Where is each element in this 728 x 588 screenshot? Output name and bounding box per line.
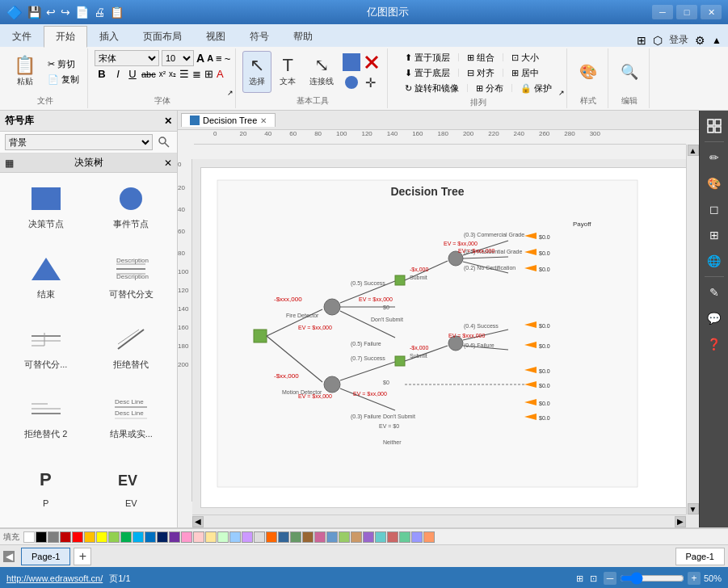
color-violet[interactable] [363,531,374,543]
color-lavender[interactable] [242,531,253,543]
color-red[interactable] [72,531,83,543]
close-button[interactable]: ✕ [701,5,722,19]
color-darkblue[interactable] [157,531,168,543]
rt-edit2-btn[interactable]: ✎ [702,280,726,304]
color-steelblue[interactable] [278,531,289,543]
color-lightgray[interactable] [254,531,265,543]
color-white[interactable] [23,531,35,543]
fit-page-icon[interactable]: ⊡ [590,573,597,584]
color-purple[interactable] [169,531,180,543]
rt-shape-btn[interactable]: ◻ [702,197,726,221]
color-orange[interactable] [84,531,95,543]
shape-x[interactable] [363,53,381,71]
color-deeporange[interactable] [266,531,277,543]
superscript-button[interactable]: x² [159,69,166,78]
connect-tool-button[interactable]: ⤡ 连接线 [304,51,339,93]
page-tab-1-label[interactable]: Page-1 [675,548,725,565]
copy-button[interactable]: 📄复制 [44,73,82,87]
color-pink[interactable] [181,531,192,543]
zoom-out-button[interactable]: ─ [604,572,616,585]
zoom-in-button[interactable]: + [688,572,701,585]
align-button[interactable]: ⊟ 对齐 [464,65,498,80]
category-close-icon[interactable]: ✕ [164,158,172,169]
symbol-reject[interactable]: 拒绝替代 [92,320,171,384]
protect-button[interactable]: 🔒 保护 [517,81,555,95]
distribute-button[interactable]: ⊞ 分布 [473,81,507,95]
send-to-back-button[interactable]: ⬇ 置于底层 [402,65,453,80]
login-button[interactable]: 登录 [669,33,688,47]
undo-icon[interactable]: ↩ [46,6,56,19]
color-black[interactable] [36,531,47,543]
arrange-expand-icon[interactable]: ↗ [558,89,565,97]
paste-button[interactable]: 📋 粘贴 [8,51,41,93]
new-icon[interactable]: 📄 [75,6,89,19]
group-button[interactable]: ⊞ 组合 [464,50,498,65]
settings-icon[interactable]: ⚙ [695,34,705,47]
copy-icon[interactable]: 📋 [110,6,124,19]
close-symbol-panel-icon[interactable]: ✕ [164,116,172,127]
close-tab-icon[interactable]: ✕ [260,116,267,125]
search-button[interactable] [156,134,172,150]
rt-color-btn[interactable]: 🎨 [702,171,726,195]
page-tab-1[interactable]: Page-1 [21,548,70,565]
motion-detector-node[interactable] [324,376,340,393]
color-yellowgreen[interactable] [339,531,350,543]
style-button[interactable]: 🎨 [574,51,603,93]
symbol-ev[interactable]: EV EV [92,460,171,521]
color-sage[interactable] [290,531,301,543]
bold-button[interactable]: B [95,68,109,80]
list2-icon[interactable]: ≣ [192,68,201,80]
increase-font-icon[interactable]: A [196,52,204,65]
fire-detector-node[interactable] [324,299,340,315]
color-blue[interactable] [145,531,156,543]
color-teal[interactable] [375,531,386,543]
subscript-button[interactable]: x₂ [169,69,176,78]
color-cornblue[interactable] [326,531,338,543]
color-lightgreen[interactable] [108,531,120,543]
rt-table-btn[interactable]: ⊞ [702,223,726,247]
color-gray[interactable] [48,531,59,543]
submit-node-1[interactable] [395,275,405,285]
tab-home[interactable]: 开始 [44,26,87,48]
rt-thumbnail-btn[interactable] [702,114,726,138]
vertical-scrollbar[interactable]: ▲ ▼ [686,145,699,514]
tab-page-layout[interactable]: 页面布局 [131,26,194,47]
symbol-reject2[interactable]: 拒绝替代 2 [6,389,86,453]
rt-globe-btn[interactable]: 🌐 [702,249,726,273]
italic-button[interactable]: I [112,68,124,80]
color-verylightgreen[interactable] [217,531,229,543]
strikethrough-button[interactable]: abc [141,69,156,79]
save-icon[interactable]: 💾 [27,6,41,19]
drawing-canvas[interactable]: Decision Tree [192,159,699,527]
more-icon[interactable]: ⊞ [204,68,213,80]
color-periwinkle[interactable] [229,531,241,543]
color-peach[interactable] [423,531,435,543]
font-expand-icon[interactable]: ↗ [227,89,234,97]
text-tool-button[interactable]: T 文本 [273,51,302,93]
ribbon-collapse-icon[interactable]: ▲ [712,35,722,46]
color-periwinkle2[interactable] [411,531,423,543]
rt-pen-btn[interactable]: ✏ [702,145,726,170]
maximize-button[interactable]: □ [676,5,697,19]
background-select[interactable]: 背景 [5,134,153,150]
select-tool-button[interactable]: ↖ 选择 [242,51,271,93]
cut-button[interactable]: ✂剪切 [44,57,82,72]
minimize-button[interactable]: ─ [652,5,673,19]
symbol-p[interactable]: P P [6,460,86,521]
redo-icon[interactable]: ↪ [61,6,70,19]
tab-view[interactable]: 视图 [194,26,238,47]
symbol-reject-alt1[interactable]: 可替代分... [6,320,86,384]
shape-rect[interactable] [343,53,360,71]
rt-chat-btn[interactable]: 💬 [702,306,726,330]
font-color-icon[interactable]: ~ [225,52,231,65]
symbol-decision-node[interactable]: 决策节点 [6,179,86,243]
submit-node-2[interactable] [395,356,405,366]
center-button[interactable]: ⊞ 居中 [508,65,542,80]
color-brown[interactable] [302,531,314,543]
rt-help-btn[interactable]: ❓ [702,332,726,356]
main-decision-node[interactable] [254,330,267,342]
shape-circle-fill[interactable] [343,74,360,91]
symbol-event-node[interactable]: 事件节点 [92,179,171,243]
tab-help[interactable]: 帮助 [281,26,325,47]
color-green[interactable] [120,531,132,543]
